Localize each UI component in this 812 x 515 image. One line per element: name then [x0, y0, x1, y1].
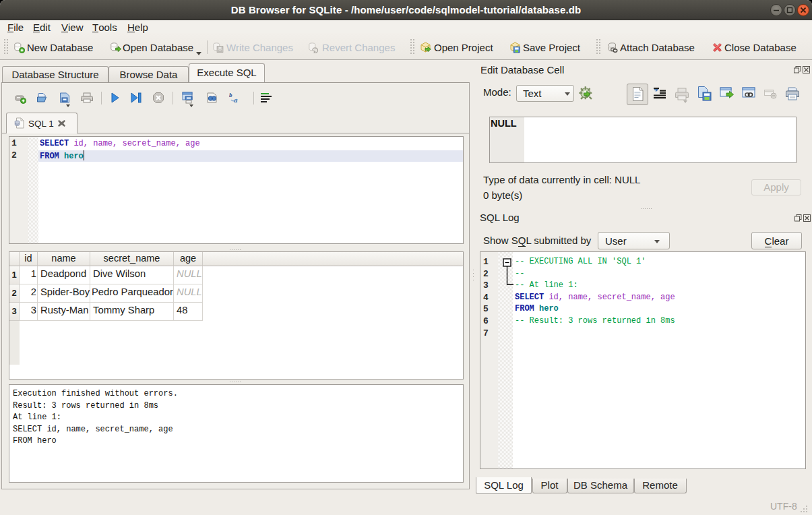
svg-text:b: b [229, 92, 232, 98]
